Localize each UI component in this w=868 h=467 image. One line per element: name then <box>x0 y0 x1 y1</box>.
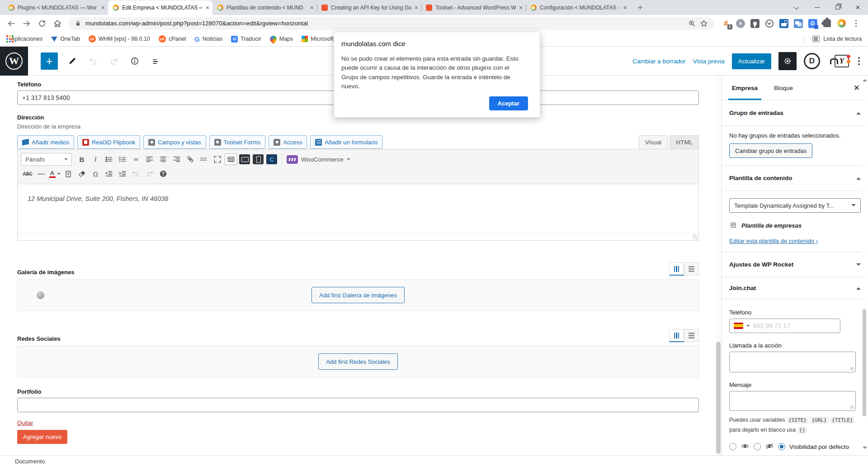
scroll-up-icon[interactable] <box>863 79 867 81</box>
add-first-galeria-button[interactable]: Add first Galería de imágenes <box>311 287 405 303</box>
tab-bloque[interactable]: Bloque <box>766 76 801 100</box>
align-left-button[interactable] <box>143 153 156 165</box>
add-media-button[interactable]: Añadir medios <box>17 135 74 149</box>
sidebar-scrollbar[interactable] <box>862 76 868 455</box>
joinchat-panel-header[interactable]: Join.chat <box>722 277 868 299</box>
browser-tab-plantillas[interactable]: Plantillas de contenido < MUND × <box>212 0 317 15</box>
home-icon[interactable] <box>51 17 64 30</box>
bookmark-aplicaciones[interactable]: Aplicaciones <box>6 36 42 42</box>
outdent-button[interactable] <box>103 168 115 180</box>
settings-gear-button[interactable] <box>778 52 797 70</box>
translate-extension-icon[interactable]: G <box>808 19 817 28</box>
extensions-puzzle-icon[interactable] <box>822 19 832 28</box>
portfolio-input[interactable] <box>17 398 699 412</box>
visibility-show-radio[interactable] <box>729 443 736 450</box>
bookmark-whm[interactable]: cPWHM [vps] - 98.0.10 <box>89 35 150 43</box>
strikethrough-button[interactable]: ABC <box>21 168 34 180</box>
jc-mensaje-textarea[interactable] <box>729 391 856 411</box>
scroll-down-icon[interactable] <box>863 447 867 449</box>
jc-llamada-textarea[interactable] <box>729 352 856 372</box>
jc-phone-input[interactable] <box>753 322 836 329</box>
columns-view-toggle[interactable] <box>669 262 684 276</box>
add-block-button[interactable]: + <box>41 52 58 70</box>
profile-avatar-icon[interactable] <box>837 19 846 28</box>
cambiar-grupo-button[interactable]: Cambiar grupo de entradas <box>729 143 812 158</box>
browser-tab-plugins[interactable]: Plugins < MUNDOLATAS — Wor × <box>4 0 108 15</box>
lightbulb-extension-icon[interactable] <box>750 19 760 28</box>
browser-menu-icon[interactable] <box>851 19 861 28</box>
list-view-toggle[interactable] <box>684 329 699 342</box>
content-scrollbar[interactable] <box>716 76 722 455</box>
scrollbar-thumb[interactable] <box>716 342 721 454</box>
close-sidebar-icon[interactable]: ✕ <box>854 76 860 100</box>
zoom-page-icon[interactable] <box>688 19 696 27</box>
plantilla-panel-header[interactable]: Plantilla de contenido <box>722 166 868 191</box>
bookmark-noticias[interactable]: GNoticias <box>194 35 222 43</box>
quitar-link[interactable]: Quitar <box>17 419 33 426</box>
visual-tab[interactable]: Visual <box>639 135 668 149</box>
italic-button[interactable]: I <box>89 153 102 165</box>
toolset-forms-button[interactable]: Toolset Forms <box>209 135 266 149</box>
special-character-button[interactable]: Ω <box>89 168 102 180</box>
bookmark-cpanel[interactable]: cPcPanel <box>159 35 186 43</box>
wordpress-logo[interactable]: W <box>0 47 28 76</box>
visibility-hide-radio[interactable] <box>754 443 761 450</box>
indent-button[interactable] <box>116 168 129 180</box>
yoast-seo-button[interactable]: Y <box>835 55 849 67</box>
address-bar[interactable]: mundolatas.com/wp-admin/post.php?post=12… <box>69 17 714 30</box>
scrollbar-thumb[interactable] <box>863 309 866 416</box>
switch-to-draft-link[interactable]: Cambiar a borrador <box>632 58 685 65</box>
reading-list-button[interactable]: Lista de lectura <box>804 35 862 43</box>
link-button[interactable] <box>184 153 197 165</box>
browser-tab-api-key[interactable]: Creating an API Key for Using Go × <box>317 0 421 15</box>
campos-vistas-button[interactable]: Campos y vistas <box>143 135 206 149</box>
paste-as-text-button[interactable] <box>62 168 75 180</box>
text-color-button[interactable]: A <box>48 168 61 180</box>
list-view-icon[interactable] <box>147 53 164 69</box>
jc-phone-field[interactable] <box>729 319 840 333</box>
hash-extension-icon[interactable]: #5 <box>721 19 731 28</box>
undo-icon[interactable] <box>85 53 101 69</box>
bold-button[interactable]: B <box>75 153 88 165</box>
dialog-accept-button[interactable]: Aceptar <box>489 96 528 110</box>
breadcrumb-documento[interactable]: Documento <box>15 458 45 465</box>
visibility-default-radio[interactable] <box>778 443 785 450</box>
bookmark-microsoft[interactable]: Microsoft <box>302 36 334 42</box>
align-right-button[interactable] <box>170 153 183 165</box>
tab-close-icon[interactable]: × <box>519 5 523 11</box>
info-icon[interactable] <box>127 53 143 69</box>
tab-empresa[interactable]: Empresa <box>724 76 766 100</box>
tab-close-icon[interactable]: × <box>101 5 105 11</box>
list-view-toggle[interactable] <box>684 262 699 276</box>
minimize-window-button[interactable] <box>807 0 827 15</box>
plugin-battery-button[interactable] <box>252 153 264 165</box>
tab-close-icon[interactable]: × <box>206 5 209 11</box>
add-first-redes-button[interactable]: Add first Redes Sociales <box>318 353 398 370</box>
plugin-c-button[interactable] <box>265 153 278 165</box>
wprocket-panel-header[interactable]: Ajustes de WP Rocket <box>722 252 868 277</box>
woocommerce-dropdown[interactable]: WooCommerce <box>287 155 350 164</box>
bookmark-star-icon[interactable] <box>699 19 708 28</box>
redo-icon[interactable] <box>106 53 122 69</box>
bookmark-onetab[interactable]: OneTab <box>51 36 80 42</box>
edit-pencil-icon[interactable] <box>64 53 80 69</box>
back-icon[interactable] <box>5 17 18 30</box>
paragraph-select[interactable]: Párrafo <box>21 153 72 166</box>
tab-search-chevron-icon[interactable] <box>787 0 807 15</box>
preview-link[interactable]: Vista previa <box>693 58 724 65</box>
html-tab[interactable]: HTML <box>670 135 699 149</box>
forward-icon[interactable] <box>20 17 33 30</box>
resize-grip-icon[interactable] <box>693 234 698 239</box>
help-button[interactable] <box>157 168 170 180</box>
new-tab-button[interactable]: + <box>634 1 646 14</box>
tab-close-icon[interactable]: × <box>623 5 627 11</box>
browser-tab-toolset[interactable]: Toolset - Advanced WordPress W × <box>421 0 526 15</box>
close-window-button[interactable]: ✕ <box>848 0 868 15</box>
bookmark-traducir[interactable]: GTraducir <box>231 36 261 43</box>
reload-icon[interactable] <box>35 17 49 30</box>
bullet-list-button[interactable] <box>103 153 115 165</box>
bookmark-maps[interactable]: Maps <box>270 36 293 43</box>
numbered-list-button[interactable] <box>116 153 129 165</box>
editor-content[interactable]: 12 Municipal Drive, Suite 200, Fishers, … <box>18 184 698 233</box>
fullscreen-button[interactable] <box>211 153 224 165</box>
